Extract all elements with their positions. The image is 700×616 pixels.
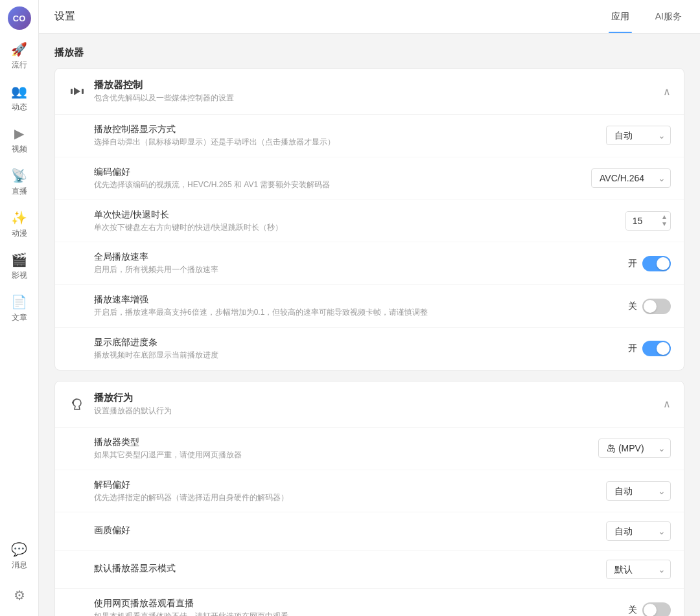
sidebar-item-anime[interactable]: ✨ 动漫	[0, 203, 38, 245]
content-area: 播放器 播放器控制 包含优先解码以及一些媒体控制器的设置 ∧	[39, 34, 700, 616]
setting-codec-preference-name: 编码偏好	[94, 166, 591, 178]
player-display-mode-select[interactable]: 默认 全屏 小窗	[606, 560, 671, 579]
card-play-behavior-desc: 设置播放器的默认行为	[94, 405, 172, 416]
bottom-progress-toggle-label: 开	[628, 343, 637, 354]
setting-web-player-live-name: 使用网页播放器观看直播	[94, 598, 593, 610]
seek-duration-input[interactable]	[626, 212, 659, 230]
tab-app[interactable]: 应用	[609, 0, 632, 33]
header-tabs: 应用 AI服务	[609, 0, 684, 33]
play-behavior-icon	[68, 397, 86, 411]
bottom-progress-toggle[interactable]	[642, 341, 671, 356]
codec-preference-select[interactable]: AVC/H.264 HEVC/H.265 AV1	[591, 168, 671, 188]
setting-global-playback-rate-desc: 启用后，所有视频共用一个播放速率	[94, 264, 593, 275]
setting-seek-duration: 单次快进/快退时长 单次按下键盘左右方向键时的快进/快退跳跃时长（秒） ▲ ▼	[55, 200, 684, 243]
setting-bottom-progress-info: 显示底部进度条 播放视频时在底部显示当前播放进度	[94, 337, 593, 361]
setting-player-type-desc: 如果其它类型闪退严重，请使用网页播放器	[94, 450, 593, 461]
gear-icon: ⚙	[12, 587, 27, 603]
setting-seek-duration-control: ▲ ▼	[593, 211, 671, 231]
web-player-live-toggle-wrapper: 关	[628, 602, 671, 616]
setting-decode-preference-desc: 优先选择指定的解码器（请选择适用自身硬件的解码器）	[94, 492, 593, 503]
setting-web-player-live-control: 关	[593, 602, 671, 616]
setting-bottom-progress-name: 显示底部进度条	[94, 337, 593, 348]
card-player-control-desc: 包含优先解码以及一些媒体控制器的设置	[94, 93, 234, 104]
card-play-behavior: 播放行为 设置播放器的默认行为 ∧ 播放器类型 如果其它类型闪退严重，请使用网页…	[54, 381, 684, 616]
sidebar-item-label-video: 视频	[12, 144, 27, 155]
sidebar-item-message[interactable]: 💬 消息	[12, 535, 27, 577]
setting-codec-preference-desc: 优先选择该编码的视频流，HEVC/H.265 和 AV1 需要额外安装解码器	[94, 179, 591, 190]
card-play-behavior-header: 播放行为 设置播放器的默认行为 ∧	[55, 382, 684, 428]
setting-quality-preference-control: 自动 最高 最低	[593, 521, 671, 541]
section-title-player: 播放器	[54, 47, 684, 59]
seek-duration-down[interactable]: ▼	[661, 221, 668, 227]
setting-playback-rate-boost-control: 关	[593, 299, 671, 314]
setting-global-playback-rate-control: 开	[593, 256, 671, 271]
card-play-behavior-text: 播放行为 设置播放器的默认行为	[94, 392, 172, 416]
card-player-control: 播放器控制 包含优先解码以及一些媒体控制器的设置 ∧ 播放控制器显示方式 选择自…	[54, 68, 684, 371]
tab-ai[interactable]: AI服务	[653, 0, 684, 33]
playback-rate-boost-toggle[interactable]	[642, 299, 671, 314]
sidebar-item-settings[interactable]: ⚙	[12, 581, 27, 610]
card-player-control-chevron[interactable]: ∧	[663, 86, 671, 98]
setting-controller-display-control: 自动 手动	[593, 126, 671, 145]
decode-preference-select[interactable]: 自动 硬件 软件	[606, 481, 671, 501]
player-display-mode-select-wrapper: 默认 全屏 小窗	[606, 560, 671, 579]
global-playback-rate-toggle[interactable]	[642, 256, 671, 271]
setting-decode-preference-name: 解码偏好	[94, 479, 593, 491]
svg-rect-0	[71, 89, 73, 94]
seek-duration-number-control: ▲ ▼	[625, 211, 671, 231]
setting-global-playback-rate: 全局播放速率 启用后，所有视频共用一个播放速率 开	[55, 242, 684, 285]
setting-player-type-name: 播放器类型	[94, 437, 593, 448]
sidebar-item-live[interactable]: 📡 直播	[0, 161, 38, 203]
header: 设置 应用 AI服务	[39, 0, 700, 34]
card-play-behavior-name: 播放行为	[94, 392, 172, 404]
controller-display-select[interactable]: 自动 手动	[606, 126, 671, 145]
setting-controller-display-info: 播放控制器显示方式 选择自动弹出（鼠标移动即显示）还是手动呼出（点击播放器才显示…	[94, 124, 593, 148]
quality-preference-select-wrapper: 自动 最高 最低	[606, 521, 671, 541]
player-type-select[interactable]: 岛 (MPV) 网页播放器	[598, 439, 671, 458]
setting-codec-preference-control: AVC/H.264 HEVC/H.265 AV1	[591, 168, 671, 188]
setting-quality-preference-name: 画质偏好	[94, 525, 593, 536]
sidebar-item-activity[interactable]: 👥 动态	[0, 77, 38, 119]
user-avatar[interactable]: CO	[8, 6, 31, 30]
codec-preference-select-wrapper: AVC/H.264 HEVC/H.265 AV1	[591, 168, 671, 188]
sidebar-item-label-film: 影视	[12, 270, 27, 281]
setting-controller-display-name: 播放控制器显示方式	[94, 124, 593, 135]
setting-seek-duration-info: 单次快进/快退时长 单次按下键盘左右方向键时的快进/快退跳跃时长（秒）	[94, 209, 593, 233]
svg-marker-1	[74, 87, 80, 95]
web-player-live-toggle[interactable]	[642, 602, 671, 616]
setting-player-type-info: 播放器类型 如果其它类型闪退严重，请使用网页播放器	[94, 437, 593, 461]
film-icon: 🎬	[12, 252, 27, 268]
article-icon: 📄	[12, 294, 27, 310]
quality-preference-select[interactable]: 自动 最高 最低	[606, 521, 671, 541]
setting-player-display-mode: 默认播放器显示模式 默认 全屏 小窗	[55, 551, 684, 589]
setting-codec-preference-info: 编码偏好 优先选择该编码的视频流，HEVC/H.265 和 AV1 需要额外安装…	[94, 166, 591, 190]
controller-display-select-wrapper: 自动 手动	[606, 126, 671, 145]
trending-icon: 🚀	[12, 41, 27, 57]
player-type-select-wrapper: 岛 (MPV) 网页播放器	[598, 439, 671, 458]
sidebar-item-film[interactable]: 🎬 影视	[0, 245, 38, 288]
sidebar-item-label-live: 直播	[12, 186, 27, 197]
sidebar-item-article[interactable]: 📄 文章	[0, 288, 38, 330]
setting-web-player-live-info: 使用网页播放器观看直播 如果本机观看直播体验不佳，请打开此选项在网页中观看	[94, 598, 593, 616]
setting-playback-rate-boost-desc: 开启后，播放速率最高支持6倍速，步幅增加为0.1，但较高的速率可能导致视频卡帧，…	[94, 307, 593, 318]
sidebar-item-video[interactable]: ▶ 视频	[0, 119, 38, 161]
main-area: 设置 应用 AI服务 播放器 播放器控制 包含优先解码以及一些媒体控制器的设	[39, 0, 700, 616]
card-play-behavior-chevron[interactable]: ∧	[663, 398, 671, 410]
decode-preference-select-wrapper: 自动 硬件 软件	[606, 481, 671, 501]
activity-icon: 👥	[12, 84, 27, 99]
setting-player-display-mode-info: 默认播放器显示模式	[94, 563, 593, 576]
bottom-progress-toggle-wrapper: 开	[628, 341, 671, 356]
setting-bottom-progress-control: 开	[593, 341, 671, 356]
sidebar-item-trending[interactable]: 🚀 流行	[0, 35, 38, 77]
seek-duration-up[interactable]: ▲	[661, 214, 668, 220]
setting-seek-duration-desc: 单次按下键盘左右方向键时的快进/快退跳跃时长（秒）	[94, 222, 593, 233]
setting-bottom-progress-desc: 播放视频时在底部显示当前播放进度	[94, 350, 593, 361]
setting-player-type: 播放器类型 如果其它类型闪退严重，请使用网页播放器 岛 (MPV) 网页播放器	[55, 428, 684, 470]
setting-playback-rate-boost-info: 播放速率增强 开启后，播放速率最高支持6倍速，步幅增加为0.1，但较高的速率可能…	[94, 294, 593, 318]
setting-playback-rate-boost: 播放速率增强 开启后，播放速率最高支持6倍速，步幅增加为0.1，但较高的速率可能…	[55, 285, 684, 328]
anime-icon: ✨	[12, 210, 27, 225]
setting-web-player-live: 使用网页播放器观看直播 如果本机观看直播体验不佳，请打开此选项在网页中观看 关	[55, 589, 684, 616]
setting-seek-duration-name: 单次快进/快退时长	[94, 209, 593, 221]
global-playback-rate-toggle-wrapper: 开	[628, 256, 671, 271]
sidebar-item-label-message: 消息	[12, 560, 27, 571]
